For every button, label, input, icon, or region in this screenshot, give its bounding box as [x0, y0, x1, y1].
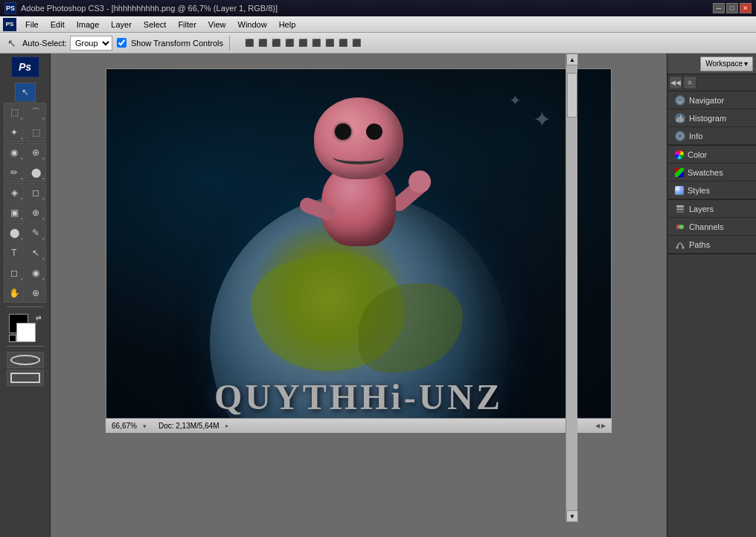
tool-row-6: ◈▾ ◻▾ — [4, 183, 46, 202]
styles-panel-item[interactable]: Styles — [667, 181, 756, 199]
menu-file[interactable]: File — [19, 19, 45, 30]
options-bar: ↖ Auto-Select: Group Layer Show Transfor… — [0, 33, 756, 54]
align-left-icon[interactable]: ⬛ — [243, 37, 255, 48]
align-right-icon[interactable]: ⬛ — [270, 37, 282, 48]
type-btn[interactable]: T — [4, 243, 25, 263]
zoom-btn[interactable]: ⊕ — [25, 283, 46, 303]
right-sidebar: Workspace ▾ ◀◀ ≡ Navigator Histogram — [667, 54, 756, 537]
info-panel-item[interactable]: i Info — [667, 127, 756, 145]
show-transform-checkbox[interactable] — [117, 38, 126, 48]
svg-rect-4 — [680, 115, 682, 122]
distribute-h-icon[interactable]: ⬛ — [324, 37, 336, 48]
color-label: Color — [688, 150, 707, 159]
shape-btn[interactable]: ◻▾ — [4, 263, 25, 283]
tool-row-2: ⬚▾ ⌒▾ — [4, 103, 46, 122]
auto-select-dropdown[interactable]: Group Layer — [70, 36, 112, 51]
right-topbar: Workspace ▾ — [667, 54, 756, 74]
paths-label: Paths — [689, 240, 710, 249]
options-separator — [229, 36, 230, 51]
rect-shape-btn[interactable] — [7, 370, 44, 386]
background-color[interactable] — [16, 323, 36, 342]
menu-help[interactable]: Help — [273, 19, 302, 30]
workspace-area: Ps ↖ ⬚▾ ⌒▾ ✦▾ ⬚ ◉▾ ⊕▾ ✏▾ ⬤▾ ◈▾ ◻▾ ▣▾ ⊕▾ — [0, 54, 756, 537]
maximize-button[interactable]: □ — [726, 3, 738, 13]
eyedropper-btn[interactable]: ◉▾ — [4, 143, 25, 162]
blur-btn[interactable]: ⊕▾ — [25, 203, 46, 222]
svg-rect-8 — [676, 205, 684, 208]
menu-layer[interactable]: Layer — [105, 19, 138, 30]
scroll-down-btn[interactable]: ▼ — [566, 510, 578, 522]
path-select-btn[interactable]: ↖▾ — [25, 243, 46, 263]
workspace-dropdown-icon: ▾ — [744, 60, 748, 68]
history-btn[interactable]: ◈▾ — [4, 183, 25, 202]
vertical-scrollbar: ▲ ▼ — [566, 54, 577, 522]
color-panel-item[interactable]: Color — [667, 146, 756, 164]
pen-btn[interactable]: ✎▾ — [25, 223, 46, 242]
lasso-btn[interactable]: ⌒▾ — [25, 103, 46, 122]
align-top-icon[interactable]: ⬛ — [284, 37, 295, 48]
move-tool-icon: ↖ — [4, 36, 19, 51]
scroll-track — [566, 65, 577, 510]
stamp-btn[interactable]: ⬤▾ — [25, 163, 46, 182]
close-button[interactable]: ✕ — [740, 3, 752, 13]
navigator-label: Navigator — [689, 96, 724, 105]
dodge-btn[interactable]: ⬤▾ — [4, 223, 25, 242]
eyedropper2-btn[interactable]: ◉▾ — [25, 263, 46, 283]
canvas-nav-arrows: ◀ ▶ — [595, 422, 606, 429]
layers-panel-group: Layers Channels Paths — [667, 200, 756, 254]
align-bottom-icon[interactable]: ⬛ — [310, 37, 322, 48]
canvas-image[interactable]: ✦ ✦ ✦ — [106, 68, 612, 433]
svg-rect-9 — [676, 208, 684, 210]
crop-btn[interactable]: ⬚ — [25, 123, 46, 142]
eraser-btn[interactable]: ◻▾ — [25, 183, 46, 202]
navigator-panel-item[interactable]: Navigator — [667, 91, 756, 109]
distribute-v-icon[interactable]: ⬛ — [337, 37, 349, 48]
heal-btn[interactable]: ⊕▾ — [25, 143, 46, 162]
scroll-thumb[interactable] — [567, 73, 577, 118]
menu-image[interactable]: Image — [71, 19, 106, 30]
zoom-toggle-icon[interactable]: ▾ — [143, 422, 147, 430]
menu-select[interactable]: Select — [138, 19, 173, 30]
move-tool-btn[interactable]: ↖ — [15, 83, 36, 102]
align-center-h-icon[interactable]: ⬛ — [257, 37, 269, 48]
reset-colors-btn[interactable] — [9, 335, 16, 342]
panel-options-icon[interactable]: ≡ — [683, 76, 696, 89]
align-center-v-icon[interactable]: ⬛ — [297, 37, 309, 48]
hand-btn[interactable]: ✋ — [4, 283, 25, 303]
rect-marquee-btn[interactable]: ⬚▾ — [4, 103, 25, 122]
panel-expand-icon[interactable]: ◀◀ — [669, 76, 682, 89]
doc-arrow-icon[interactable]: ▸ — [225, 422, 228, 429]
scene-text: QUYTHHi-UNZ — [214, 376, 503, 417]
menu-edit[interactable]: Edit — [45, 19, 71, 30]
tool-row-1: ↖ — [15, 83, 36, 102]
paths-icon — [675, 239, 685, 250]
menu-filter[interactable]: Filter — [172, 19, 202, 30]
histogram-icon — [675, 113, 685, 123]
layers-panel-item[interactable]: Layers — [667, 200, 756, 218]
swap-colors-btn[interactable]: ⇄ — [36, 314, 42, 321]
workspace-button[interactable]: Workspace ▾ — [700, 57, 753, 71]
left-toolbar: Ps ↖ ⬚▾ ⌒▾ ✦▾ ⬚ ◉▾ ⊕▾ ✏▾ ⬤▾ ◈▾ ◻▾ ▣▾ ⊕▾ — [0, 54, 51, 537]
canvas-wrapper: ✦ ✦ ✦ — [106, 68, 612, 433]
swatches-icon — [675, 168, 684, 177]
ellipse-marquee-btn[interactable] — [7, 352, 44, 368]
histogram-panel-item[interactable]: Histogram — [667, 109, 756, 127]
menu-view[interactable]: View — [202, 19, 232, 30]
gradient-btn[interactable]: ▣▾ — [4, 203, 25, 222]
channels-panel-item[interactable]: Channels — [667, 218, 756, 236]
scroll-left-icon[interactable]: ◀ — [595, 422, 600, 429]
svg-rect-3 — [679, 117, 680, 122]
tool-row-4: ◉▾ ⊕▾ — [4, 143, 46, 162]
brush-btn[interactable]: ✏▾ — [4, 163, 25, 182]
minimize-button[interactable]: ─ — [713, 3, 725, 13]
scroll-up-btn[interactable]: ▲ — [566, 54, 578, 65]
menu-window[interactable]: Window — [232, 19, 273, 30]
rect-shape — [10, 373, 40, 383]
paths-panel-item[interactable]: Paths — [667, 236, 756, 254]
scroll-right-icon[interactable]: ▶ — [601, 422, 606, 429]
window-title: Adobe Photoshop CS3 - [hhhhhhhhhh.png @ … — [21, 4, 713, 13]
swatches-panel-item[interactable]: Swatches — [667, 164, 756, 181]
magic-wand-btn[interactable]: ✦▾ — [4, 123, 25, 142]
distribute-spacing-icon[interactable]: ⬛ — [350, 37, 362, 48]
title-bar: PS Adobe Photoshop CS3 - [hhhhhhhhhh.png… — [0, 0, 756, 16]
